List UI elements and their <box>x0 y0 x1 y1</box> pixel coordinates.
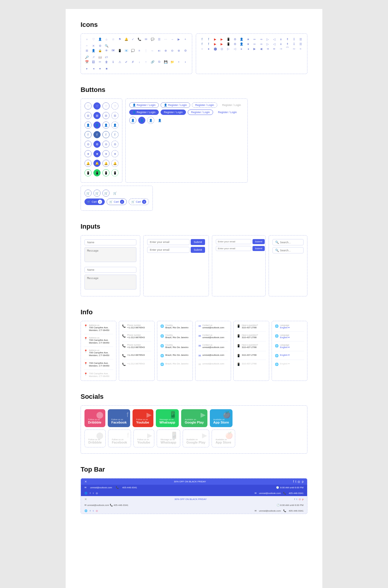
star-btn-filled[interactable]: ★ <box>93 150 101 157</box>
lang-select-1[interactable]: English ▾ <box>280 326 290 329</box>
topbar-tw-icon2[interactable]: t <box>93 492 93 495</box>
set-btn-filled[interactable]: ⚙ <box>93 141 101 148</box>
googleplay-card[interactable]: ▶ Available on Google Play <box>181 409 207 427</box>
search-input-1[interactable] <box>280 241 313 244</box>
topbar-ig-icon[interactable]: ◎ <box>298 480 300 483</box>
user-btn-filled[interactable]: 👤 <box>93 121 101 129</box>
user-btn-ghost[interactable]: 👤 <box>111 121 118 129</box>
star-btn-ghost[interactable]: ★ <box>111 150 118 157</box>
topbar-pt-icon[interactable]: p <box>302 480 304 483</box>
grid-btn-filled[interactable]: ⊞ <box>93 112 101 119</box>
heart-btn-filled[interactable]: ♡ <box>93 102 101 110</box>
heart-btn-ghost[interactable]: ♡ <box>111 102 118 110</box>
search-input-2[interactable] <box>280 249 313 252</box>
fb-btn-outline2[interactable]: f <box>102 131 110 138</box>
register-login-btn-4[interactable]: Register / Login <box>219 103 244 107</box>
register-login-btn-1[interactable]: 👤 Register / Login <box>129 102 159 108</box>
submit-btn-1[interactable]: Submit <box>191 239 205 245</box>
whatsapp-card-ghost[interactable]: 📱 Message us on Whatsapp <box>157 430 180 447</box>
set-btn[interactable]: ⚙ <box>84 141 92 148</box>
cart-icon-4[interactable]: 🛒 <box>111 190 118 197</box>
email-input-2[interactable] <box>147 247 190 253</box>
lang-select-5[interactable]: English ▾ <box>280 362 290 365</box>
register-login-filled-1[interactable]: 👤 Register / Login <box>129 110 159 115</box>
cart-btn-dashed[interactable]: 🛒 Cart 3 <box>129 198 149 205</box>
topbar-tw-icon-l[interactable]: t <box>296 498 297 501</box>
message-textarea[interactable] <box>84 247 136 262</box>
icon-only-user-4[interactable]: 👤 <box>156 117 163 124</box>
set-btn-ghost[interactable]: ⚙ <box>111 141 118 148</box>
submit-btn-sm-2[interactable]: Submit <box>252 246 265 251</box>
register-login-btn-3[interactable]: Register / Login <box>192 102 217 108</box>
heart-btn[interactable]: ♡ <box>84 102 92 110</box>
youtube-card-ghost[interactable]: ▶ Follow us on Youtube <box>133 430 154 447</box>
dribbble-card[interactable]: ⬤ Follow us on Dribbble <box>84 409 105 427</box>
appstore-card[interactable]: 🍎 Available on App Store <box>210 409 233 427</box>
bell-btn-outline[interactable]: 🔔 <box>102 160 110 167</box>
submit-btn-2[interactable]: Submit <box>191 247 205 253</box>
icon-only-user-2[interactable]: 👤 <box>138 117 145 124</box>
email-input-1[interactable] <box>147 239 190 245</box>
icon-only-user-1[interactable]: 👤 <box>129 117 136 124</box>
whatsapp-card[interactable]: 📱 Message us on Whatsapp <box>156 409 179 427</box>
topbar-tw-icon[interactable]: t <box>295 480 296 483</box>
register-login-btn-2[interactable]: 👤 Register / Login <box>161 102 190 108</box>
topbar-pt-icon-l[interactable]: p <box>302 498 304 501</box>
topbar-fb-icon[interactable]: f <box>293 480 294 483</box>
topbar-tw-icon3[interactable]: t <box>93 510 93 512</box>
wa-btn-filled[interactable]: 📱 <box>93 169 101 176</box>
user-btn-outline[interactable]: 👤 <box>102 121 110 129</box>
email-input-sm-1[interactable] <box>216 239 251 244</box>
cart-icon-3[interactable]: 🛒 <box>102 190 110 197</box>
message-textarea-2[interactable] <box>84 275 136 290</box>
facebook-card[interactable]: f Follow us on Facebook <box>108 409 130 427</box>
register-login-filled-2[interactable]: Register / Login <box>161 110 186 115</box>
topbar-close-light[interactable]: ✕ <box>84 498 87 501</box>
youtube-card[interactable]: ▶ Follow us on Youtube <box>133 409 153 427</box>
topbar-fb-icon3[interactable]: f <box>90 510 90 512</box>
fb-btn-ghost[interactable]: f <box>111 131 118 138</box>
icon-only-user-3[interactable]: 👤 <box>147 117 154 124</box>
email-input-sm-2[interactable] <box>216 246 251 251</box>
cart-btn-filled[interactable]: 🛒 Cart 0 <box>84 198 105 205</box>
set-btn-outline[interactable]: ⚙ <box>102 141 110 148</box>
submit-btn-sm-1[interactable]: Submit <box>252 239 265 244</box>
heart-btn-outline[interactable]: ♡ <box>102 102 110 110</box>
fb-btn[interactable]: f <box>84 131 92 138</box>
wa-btn[interactable]: 📱 <box>84 169 92 176</box>
topbar-email-text3: unreal@outlook.com <box>259 510 281 512</box>
register-login-filled-4[interactable]: Register / Login <box>215 110 240 115</box>
icon-r10: ◀ <box>259 46 264 51</box>
topbar-ig-icon-l[interactable]: ◎ <box>299 498 301 501</box>
topbar-ig-icon3[interactable]: ◎ <box>96 510 98 512</box>
topbar-ig-icon2[interactable]: ◎ <box>96 492 98 495</box>
facebook-card-ghost[interactable]: f Follow us on Facebook <box>108 430 131 447</box>
topbar-close-1[interactable]: ✕ <box>84 480 87 483</box>
wa-btn-ghost[interactable]: 📱 <box>111 169 118 176</box>
register-login-filled-3[interactable]: Register / Login <box>188 110 213 115</box>
name-input[interactable] <box>84 239 136 245</box>
cart-icon-1[interactable]: 🛒 <box>84 190 92 197</box>
appstore-card-ghost[interactable]: 🍎 Available on App Store <box>212 430 235 447</box>
star-btn[interactable]: ★ <box>84 150 92 157</box>
topbar-fb-icon2[interactable]: f <box>90 492 90 495</box>
grid-btn[interactable]: ⊞ <box>84 112 92 119</box>
grid-btn-ghost[interactable]: ⊞ <box>111 112 118 119</box>
name-input-2[interactable] <box>84 267 136 273</box>
lang-select-2[interactable]: English ▾ <box>280 336 290 339</box>
fb-btn-filled[interactable]: f <box>93 131 101 138</box>
lang-select-3[interactable]: English ▾ <box>280 346 290 349</box>
dribbble-card-ghost[interactable]: ⬤ Follow us on Dribbble <box>84 430 106 447</box>
grid-btn-outline[interactable]: ⊞ <box>102 112 110 119</box>
bell-btn[interactable]: 🔔 <box>84 160 92 167</box>
wa-btn-outline[interactable]: 📱 <box>102 169 110 176</box>
cart-btn-outline[interactable]: 🛒 Cart 2 <box>107 198 127 205</box>
star-btn-outline[interactable]: ★ <box>102 150 110 157</box>
lang-select-4[interactable]: English ▾ <box>280 354 290 356</box>
googleplay-card-ghost[interactable]: ▶ Available on Google Play <box>183 430 210 447</box>
bell-btn-filled[interactable]: 🔔 <box>93 160 101 167</box>
bell-btn-ghost[interactable]: 🔔 <box>111 160 118 167</box>
cart-icon-2[interactable]: 🛒 <box>93 190 101 197</box>
topbar-fb-icon-l[interactable]: f <box>294 498 295 501</box>
user-btn[interactable]: 👤 <box>84 121 92 129</box>
